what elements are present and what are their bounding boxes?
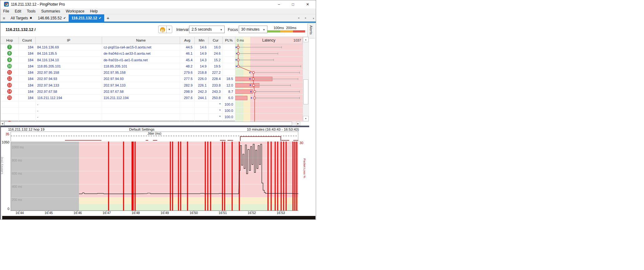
header-min[interactable]: Min [195, 37, 209, 44]
tab-scroll-arrows-icon[interactable]: ◂ ▸ [298, 16, 309, 19]
count-cell: 184 [19, 76, 36, 82]
graph-settings-label[interactable]: Default Settings [1, 128, 283, 131]
count-cell: 184 [19, 88, 36, 94]
chevron-down-icon: ▼ [220, 28, 222, 31]
legend-100ms-label: 100ms [274, 26, 284, 30]
pause-icon [160, 27, 165, 32]
header-avg[interactable]: Avg [180, 37, 195, 44]
timeline-graph-pane: 116.211.132.12 hop 19 Default Settings 1… [0, 127, 316, 220]
interval-select[interactable]: 2.5 seconds ▼ [189, 26, 225, 33]
menu-summaries[interactable]: Summaries [38, 8, 63, 14]
pl-cell: 6.0 [223, 95, 235, 101]
avg-cell: 282.9 [180, 82, 195, 88]
tab-list-dropdown-icon[interactable]: ▾ [313, 17, 314, 20]
legend-200ms-label: 200ms [286, 26, 296, 30]
scroll-right-icon[interactable]: ▶ [296, 122, 300, 126]
min-cell [195, 114, 209, 120]
menu-workspace[interactable]: Workspace [63, 8, 87, 14]
scroll-down-icon[interactable]: ▼ [303, 116, 309, 121]
min-cell: 14.6 [195, 44, 209, 50]
cur-cell: 250.8 [209, 95, 223, 101]
count-cell: 184 [19, 44, 36, 50]
avg-cell: 279.6 [180, 69, 195, 75]
alerts-side-tab[interactable]: Alerts [307, 23, 315, 38]
pl-cell [223, 44, 235, 50]
interval-label: Interval [176, 28, 188, 32]
scroll-left-icon[interactable]: ◀ [0, 122, 4, 126]
vertical-scroll-thumb[interactable] [303, 79, 308, 104]
horizontal-scroll-thumb[interactable] [4, 122, 292, 126]
gridline-label: 200 ms [12, 198, 22, 202]
menu-bar: File Edit Tools Summaries Workspace Help [0, 8, 316, 14]
header-cur[interactable]: Cur [209, 37, 223, 44]
close-button[interactable]: ✕ [303, 1, 312, 8]
timeline-overview-bar[interactable] [2, 216, 315, 220]
menu-help[interactable]: Help [87, 8, 101, 14]
pause-options-caret[interactable]: ▼ [166, 26, 172, 33]
min-cell: 226.1 [195, 82, 209, 88]
time-tick-label: 16:44 [13, 211, 26, 215]
jitter-strip[interactable]: Jitter (ms) [11, 132, 298, 141]
hop-cell: 9 [1, 57, 19, 63]
cur-cell: 233.8 [209, 82, 223, 88]
maximize-button[interactable]: □ [288, 1, 298, 8]
tab-label: All Targets [11, 16, 28, 20]
latency-timeline-plot[interactable] [11, 142, 298, 212]
pause-button[interactable] [158, 26, 167, 33]
gridline-label: 600 ms [12, 172, 22, 175]
header-name[interactable]: Name [102, 37, 180, 44]
scroll-up-icon[interactable]: ▲ [303, 37, 309, 42]
pl-cell [223, 69, 235, 75]
latency-column-title: Latency [235, 38, 302, 42]
hop-badge: 8 [7, 51, 12, 56]
hop-cell [1, 114, 19, 120]
hamburger-icon[interactable]: ≡ [3, 16, 5, 21]
trace-toolbar: 116.211.132.12 / ▼ Interval 2.5 seconds … [0, 23, 309, 37]
hop-cell: 10 [1, 63, 19, 69]
menu-edit[interactable]: Edit [12, 8, 24, 14]
new-tab-button[interactable]: + [107, 15, 110, 21]
focus-select[interactable]: 30 minutes ▼ [239, 26, 267, 33]
horizontal-scrollbar[interactable]: ◀ ▶ [0, 122, 300, 126]
tab-116-211-132-12[interactable]: 116.211.132.12✔ [69, 14, 104, 22]
name-cell [102, 108, 180, 113]
pl-cell: 8.7 [223, 88, 235, 94]
min-cell [195, 101, 209, 107]
ip-cell: 202.97.94.93 [36, 76, 102, 82]
jitter-plot [11, 132, 298, 141]
graph-timespan-label[interactable]: 10 minutes (16:43:43 - 16:53:43) [247, 128, 299, 131]
pingplotter-logo-icon [4, 2, 9, 7]
gridline-label: 1000 ms [12, 146, 24, 149]
avg-cell: 45.4 [180, 57, 195, 63]
svg-text:×: × [249, 83, 251, 87]
time-tick-label: 16:51 [217, 211, 229, 215]
menu-tools[interactable]: Tools [24, 8, 38, 14]
latency-range-graph: ××××××××× [235, 44, 303, 122]
hop-badge: 14 [7, 89, 12, 94]
name-cell: 202.97.94.133 [102, 82, 180, 88]
ip-cell: 84.116.136.69 [36, 44, 102, 50]
cur-cell: * [209, 108, 223, 113]
svg-text:×: × [235, 58, 237, 62]
close-icon[interactable]: ✖ [30, 16, 32, 20]
header-latency-graph[interactable]: 0 ms Latency 1037 [235, 37, 303, 44]
minimize-button[interactable]: – [274, 1, 284, 8]
tab-146-66-155-52[interactable]: 146.66.155.52✔ [35, 14, 69, 22]
cur-cell: 243.3 [209, 88, 223, 94]
vertical-scrollbar[interactable]: ▲ ▼ [303, 37, 309, 122]
menu-file[interactable]: File [0, 8, 12, 14]
header-pl[interactable]: PL% [223, 37, 235, 44]
hop-cell: 7 [1, 44, 19, 50]
header-count[interactable]: Count [19, 37, 36, 44]
time-tick-label: 16:48 [129, 211, 142, 215]
ip-cell: - [36, 114, 102, 120]
target-tab-bar: ≡ All Targets✖146.66.155.52✔116.211.132.… [0, 14, 316, 22]
time-tick-label: 16:47 [100, 211, 113, 215]
header-ip[interactable]: IP [36, 37, 102, 44]
tab-all-targets[interactable]: All Targets✖ [8, 14, 35, 22]
time-tick-label: 16:46 [71, 211, 84, 215]
hop-badge: 9 [7, 58, 12, 62]
name-cell: 202.97.95.158 [102, 69, 180, 75]
header-hop[interactable]: Hop [1, 37, 19, 44]
latency-axis-title: Latency (ms) [0, 157, 3, 174]
